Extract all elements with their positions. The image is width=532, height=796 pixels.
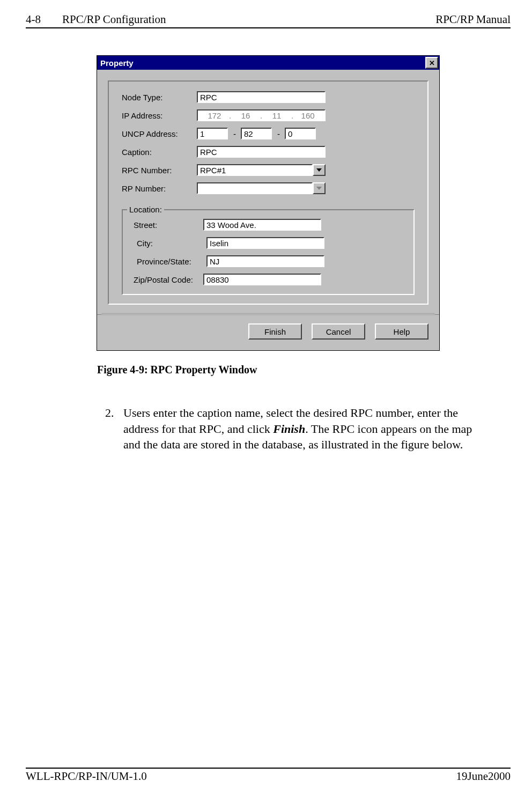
footer-date: 19June2000: [456, 770, 511, 783]
button-panel: Finish Cancel Help: [97, 314, 439, 350]
node-type-field[interactable]: RPC: [197, 91, 326, 103]
caption-label: Caption:: [122, 148, 197, 157]
section-title: RPC/RP Configuration: [62, 13, 166, 26]
province-label: Province/State:: [134, 257, 206, 266]
street-label: Street:: [134, 220, 203, 230]
ip-address-label: IP Address:: [122, 111, 197, 120]
page-header: 4-8 RPC/RP Configuration RPC/RP Manual: [26, 13, 511, 28]
ip-address-field: 172 . 16 . 11 . 160: [197, 109, 326, 121]
dialog-title: Property: [100, 58, 134, 68]
city-field[interactable]: Iselin: [206, 237, 324, 249]
rp-number-select: [197, 182, 313, 194]
page-footer: WLL-RPC/RP-IN/UM-1.0 19June2000: [26, 768, 511, 783]
list-number: 2.: [105, 405, 123, 453]
close-icon[interactable]: ✕: [425, 57, 438, 69]
chevron-down-icon[interactable]: [313, 164, 326, 176]
uncp-seg1[interactable]: 1: [197, 128, 228, 139]
rpc-number-select[interactable]: RPC#1: [197, 164, 313, 176]
city-label: City:: [134, 239, 206, 248]
finish-button[interactable]: Finish: [248, 323, 302, 340]
svg-marker-0: [316, 168, 322, 172]
location-legend: Location:: [127, 205, 164, 214]
uncp-address-label: UNCP Address:: [122, 129, 197, 138]
svg-marker-1: [316, 187, 322, 190]
uncp-seg3[interactable]: 0: [285, 128, 316, 139]
instruction-step: 2. Users enter the caption name, select …: [105, 405, 478, 453]
property-dialog: Property ✕ Node Type: RPC IP Address: 17…: [97, 55, 440, 351]
figure-caption: Figure 4-9: RPC Property Window: [97, 364, 439, 376]
doc-title: RPC/RP Manual: [435, 13, 511, 26]
footer-doc-id: WLL-RPC/RP-IN/UM-1.0: [26, 770, 147, 783]
province-field[interactable]: NJ: [206, 255, 324, 267]
instruction-text: Users enter the caption name, select the…: [123, 405, 478, 453]
location-fieldset: Location: Street: 33 Wood Ave. City: Ise…: [122, 209, 415, 295]
uncp-seg2[interactable]: 82: [241, 128, 272, 139]
page-number: 4-8: [26, 13, 41, 26]
form-panel: Node Type: RPC IP Address: 172 . 16 . 11…: [108, 80, 428, 305]
help-button[interactable]: Help: [375, 323, 428, 340]
chevron-down-icon: [313, 182, 326, 194]
caption-field[interactable]: RPC: [197, 146, 326, 158]
rpc-number-label: RPC Number:: [122, 166, 197, 175]
cancel-button[interactable]: Cancel: [312, 323, 365, 340]
rp-number-label: RP Number:: [122, 184, 197, 193]
dialog-titlebar[interactable]: Property ✕: [97, 56, 439, 70]
zip-label: Zip/Postal Code:: [134, 275, 203, 284]
zip-field[interactable]: 08830: [203, 274, 321, 285]
node-type-label: Node Type:: [122, 93, 197, 102]
street-field[interactable]: 33 Wood Ave.: [203, 219, 321, 231]
